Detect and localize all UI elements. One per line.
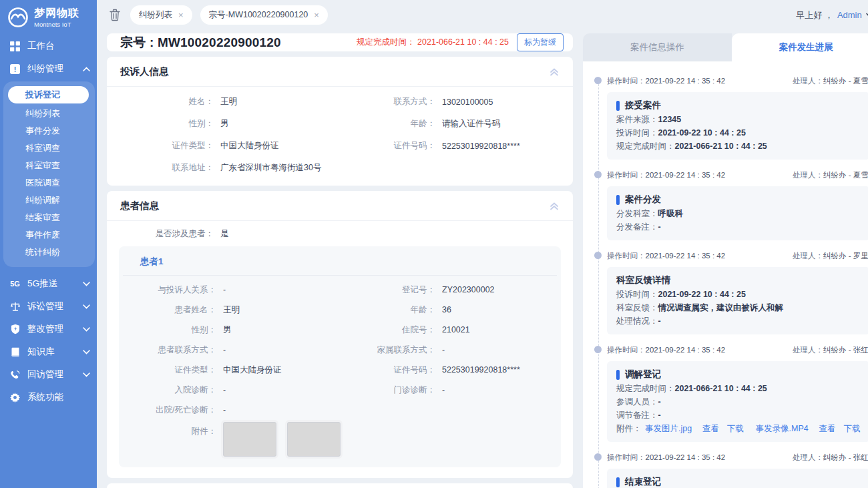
chevron-down-icon[interactable] bbox=[83, 350, 90, 354]
field-address: 联系地址：广东省深圳市粤海街道30号 bbox=[120, 157, 338, 179]
attachment-file-link[interactable]: 事发图片.jpg bbox=[645, 424, 692, 433]
field-attachments: 附件： bbox=[123, 422, 557, 457]
tab-case-number[interactable]: 宗号-MW10020220900120 × bbox=[200, 5, 328, 25]
sidebar-item-workbench[interactable]: 工作台 bbox=[0, 35, 97, 57]
next-card-edge bbox=[107, 483, 573, 488]
chevron-down-icon[interactable] bbox=[83, 373, 90, 377]
complainant-info-card: 投诉人信息 姓名：王明 联系方式：13020100005 性别：男 年龄：请输入… bbox=[107, 57, 573, 186]
card-title: 投诉人信息 bbox=[120, 65, 169, 78]
sidebar-item-lawsuit-management[interactable]: 诉讼管理 bbox=[0, 295, 97, 318]
sidebar-item-system-functions[interactable]: 系统功能 bbox=[0, 386, 97, 409]
attachment-thumbnail[interactable] bbox=[223, 422, 276, 457]
sidebar-item-dispute-management[interactable]: ! 纠纷管理 bbox=[0, 57, 97, 80]
sidebar-subitem-event-dispatch[interactable]: 事件分发 bbox=[3, 122, 95, 140]
sidebar-subitem-dept-review[interactable]: 科室审查 bbox=[3, 157, 95, 174]
sidebar-item-label: 5G推送 bbox=[27, 278, 57, 290]
timeline-dot-icon bbox=[594, 77, 602, 84]
case-id: 宗号 : MW10020220900120 bbox=[120, 34, 281, 51]
app-root: 梦网物联 Montnets IoT 工作台 ! 纠纷管理 bbox=[0, 0, 868, 488]
title-bar-icon bbox=[616, 477, 620, 487]
sidebar-subitem-dispute-list[interactable]: 纠纷列表 bbox=[3, 105, 95, 122]
timeline-dot-icon bbox=[594, 171, 602, 178]
chevron-up-icon[interactable] bbox=[83, 67, 90, 71]
field-patient-contact: 患者联系方式：- bbox=[123, 340, 338, 360]
panel-tabs: 案件信息操作 案件发生进展 bbox=[583, 33, 868, 61]
close-icon[interactable]: × bbox=[178, 12, 184, 19]
view-link[interactable]: 查看 bbox=[819, 424, 835, 433]
timeline-dot-icon bbox=[594, 252, 602, 259]
sidebar-subitem-dispute-mediation[interactable]: 纠纷调解 bbox=[3, 192, 95, 209]
attachment-file-link[interactable]: 事发录像.MP4 bbox=[756, 424, 809, 433]
sidebar-subitem-closing-review[interactable]: 结案审查 bbox=[3, 209, 95, 226]
user-greeting: 早上好 ， Admin bbox=[796, 9, 868, 21]
shield-icon bbox=[9, 324, 21, 335]
sidebar-subitem-dept-investigation[interactable]: 科室调查 bbox=[3, 140, 95, 157]
sidebar-subitem-dispute-stats[interactable]: 统计纠纷 bbox=[3, 244, 95, 261]
topbar: 纠纷列表 × 宗号-MW10020220900120 × 早上好 ， Admin bbox=[97, 0, 868, 30]
sidebar-item-rectify-management[interactable]: 整改管理 bbox=[0, 318, 97, 340]
sidebar: 梦网物联 Montnets IoT 工作台 ! 纠纷管理 bbox=[0, 0, 97, 488]
field-age: 年龄：请输入证件号码 bbox=[342, 113, 560, 135]
tab-label: 宗号-MW10020220900120 bbox=[209, 9, 308, 21]
field-admission-diagnosis: 入院诊断：- bbox=[123, 380, 338, 400]
timeline-dot-icon bbox=[594, 453, 602, 461]
timeline-card-accept-case: 接受案件 案件来源：12345 投诉时间：2021-09-22 10 : 44 … bbox=[607, 92, 868, 160]
chevron-down-icon[interactable] bbox=[83, 304, 90, 309]
deadline-text: 规定完成时间： 2021-066-21 10 : 44 : 25 bbox=[357, 37, 509, 48]
title-bar-icon bbox=[616, 101, 620, 111]
field-id-number: 证件号码：52253019920818**** bbox=[342, 135, 560, 157]
tab-case-info-operations[interactable]: 案件信息操作 bbox=[583, 33, 732, 61]
sidebar-subitem-event-void[interactable]: 事件作废 bbox=[3, 226, 95, 244]
timeline-entry: 操作时间：2021-09-22 14 : 35 : 42 处理人：纠纷办 - 罗… bbox=[607, 250, 868, 334]
field-patient-id-number: 证件号码：52253019920818**** bbox=[342, 360, 557, 380]
sidebar-item-revisit-management[interactable]: 回访管理 bbox=[0, 363, 97, 386]
download-link[interactable]: 下载 bbox=[844, 424, 861, 433]
collapse-icon[interactable] bbox=[549, 66, 560, 77]
field-discharge-diagnosis: 出院/死亡诊断：- bbox=[123, 400, 338, 420]
logo-subtitle: Montnets IoT bbox=[34, 21, 79, 28]
timeline-card-dept-feedback: 科室反馈详情 投诉时间：2021-09-22 10 : 44 : 25 科室反馈… bbox=[607, 267, 868, 334]
view-link[interactable]: 查看 bbox=[702, 424, 719, 433]
timeline-card-close-register: 结束登记 结案日期：2021-09-22 10:44:25 结案方式：调解结案 … bbox=[607, 469, 868, 488]
logo-title: 梦网物联 bbox=[34, 7, 79, 21]
sidebar-subitem-complaint-register[interactable]: 投诉登记 bbox=[8, 86, 89, 103]
field-patient-involved: 是否涉及患者：是 bbox=[118, 222, 562, 245]
field-contact: 联系方式：13020100005 bbox=[342, 91, 560, 113]
sidebar-item-label: 诉讼管理 bbox=[27, 300, 63, 312]
tab-case-progress[interactable]: 案件发生进展 bbox=[732, 33, 868, 61]
collapse-icon[interactable] bbox=[549, 200, 560, 211]
sidebar-item-label: 整改管理 bbox=[27, 323, 63, 335]
sidebar-item-5g-push[interactable]: 5G 5G推送 bbox=[0, 272, 97, 295]
field-id-type: 证件类型：中国大陆身份证 bbox=[120, 135, 338, 157]
patient-info-card: 患者信息 是否涉及患者：是 患者1 与投诉人关系：- bbox=[107, 191, 573, 478]
book-icon bbox=[9, 346, 21, 358]
chevron-down-icon[interactable] bbox=[83, 327, 90, 332]
mark-deferred-button[interactable]: 标为暂缓 bbox=[517, 33, 564, 51]
sidebar-submenu: 投诉登记 纠纷列表 事件分发 科室调查 科室审查 医院调查 纠纷调解 结案审查 … bbox=[3, 81, 95, 267]
download-link[interactable]: 下载 bbox=[727, 424, 744, 433]
content-area: 宗号 : MW10020220900120 规定完成时间： 2021-066-2… bbox=[97, 30, 868, 488]
field-patient-age: 年龄：36 bbox=[342, 300, 557, 320]
title-bar-icon bbox=[616, 370, 620, 380]
attachments-line: 附件： 事发图片.jpg 查看 下载 事发录像.MP4 查看 下载 bbox=[616, 422, 861, 435]
timeline-entry: 操作时间：2021-09-22 14 : 35 : 42 处理人：纠纷办 - 夏… bbox=[607, 75, 868, 160]
username-link[interactable]: Admin bbox=[837, 10, 862, 20]
card-title: 患者信息 bbox=[120, 200, 159, 212]
case-header-card: 宗号 : MW10020220900120 规定完成时间： 2021-066-2… bbox=[107, 33, 573, 51]
chevron-down-icon[interactable] bbox=[83, 282, 90, 286]
attachment-thumbnail[interactable] bbox=[287, 422, 341, 457]
timeline-card-case-dispatch: 案件分发 分发科室：呼吸科 分发备注：- bbox=[607, 186, 868, 240]
trash-icon[interactable] bbox=[109, 9, 122, 22]
gear-icon bbox=[9, 392, 21, 403]
sidebar-item-label: 纠纷管理 bbox=[27, 63, 63, 75]
close-icon[interactable]: × bbox=[314, 12, 319, 19]
scales-icon bbox=[9, 301, 21, 312]
sidebar-subitem-hospital-investigation[interactable]: 医院调查 bbox=[3, 174, 95, 192]
tab-dispute-list[interactable]: 纠纷列表 × bbox=[130, 5, 192, 25]
case-detail-column: 宗号 : MW10020220900120 规定完成时间： 2021-066-2… bbox=[107, 33, 573, 488]
logo: 梦网物联 Montnets IoT bbox=[0, 0, 97, 35]
field-gender: 性别：男 bbox=[120, 113, 338, 135]
field-register-no: 登记号：ZY202300002 bbox=[342, 280, 557, 300]
field-family-contact: 家属联系方式：- bbox=[342, 340, 557, 360]
sidebar-item-knowledge-base[interactable]: 知识库 bbox=[0, 340, 97, 363]
